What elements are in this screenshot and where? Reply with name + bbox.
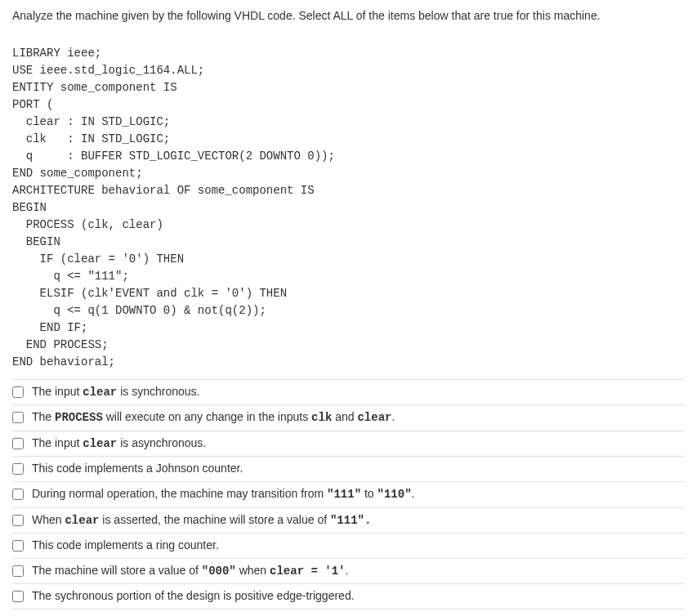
option-label: This code implements a ring counter. xyxy=(32,538,219,554)
option-checkbox[interactable] xyxy=(12,463,24,475)
question-prompt: Analyze the machine given by the followi… xyxy=(12,8,685,25)
code-text: "111". xyxy=(330,514,371,527)
option-row: The machine will store a value of "000" … xyxy=(12,559,685,585)
option-checkbox[interactable] xyxy=(12,565,24,577)
option-label: The sychronous portion of the design is … xyxy=(32,588,355,605)
option-checkbox[interactable] xyxy=(12,489,24,500)
code-text: "110" xyxy=(378,488,412,501)
option-checkbox[interactable] xyxy=(12,386,24,398)
option-row: The sychronous portion of the design is … xyxy=(12,584,685,609)
code-text: clear xyxy=(83,437,117,450)
option-row: The input clear is asynchronous. xyxy=(12,431,685,458)
code-text: PROCESS xyxy=(55,411,103,424)
code-text: clear xyxy=(83,386,117,399)
option-row: During normal operation, the machine may… xyxy=(12,482,685,508)
option-row: This code implements a ring counter. xyxy=(12,533,685,559)
option-checkbox[interactable] xyxy=(12,540,24,551)
option-label: This code implements a Johnson counter. xyxy=(32,461,243,477)
code-text: clear xyxy=(65,514,99,527)
code-text: clk xyxy=(311,411,332,424)
code-text: "111" xyxy=(327,488,361,501)
option-row: The PROCESS will execute on any change i… xyxy=(12,405,685,431)
option-checkbox[interactable] xyxy=(12,412,24,423)
option-row: The modulus of a counter implemented in … xyxy=(12,609,685,616)
options-container: The input clear is synchronous.The PROCE… xyxy=(12,379,685,616)
vhdl-code-block: LIBRARY ieee; USE ieee.std_logic_1164.AL… xyxy=(12,45,685,371)
option-label: During normal operation, the machine may… xyxy=(32,486,414,503)
option-row: The input clear is synchronous. xyxy=(12,379,685,406)
option-label: The input clear is asynchronous. xyxy=(32,435,206,453)
option-checkbox[interactable] xyxy=(12,438,24,449)
code-text: "000" xyxy=(202,565,236,578)
option-row: This code implements a Johnson counter. xyxy=(12,457,685,482)
option-label: The machine will store a value of "000" … xyxy=(32,563,348,580)
option-label: When clear is asserted, the machine will… xyxy=(32,512,371,529)
option-label: The input clear is synchronous. xyxy=(32,384,199,401)
option-row: When clear is asserted, the machine will… xyxy=(12,508,685,534)
code-text: clear xyxy=(357,411,391,424)
option-checkbox[interactable] xyxy=(12,591,24,602)
option-label: The PROCESS will execute on any change i… xyxy=(32,409,395,426)
option-checkbox[interactable] xyxy=(12,515,24,526)
code-text: clear = '1' xyxy=(270,565,345,578)
